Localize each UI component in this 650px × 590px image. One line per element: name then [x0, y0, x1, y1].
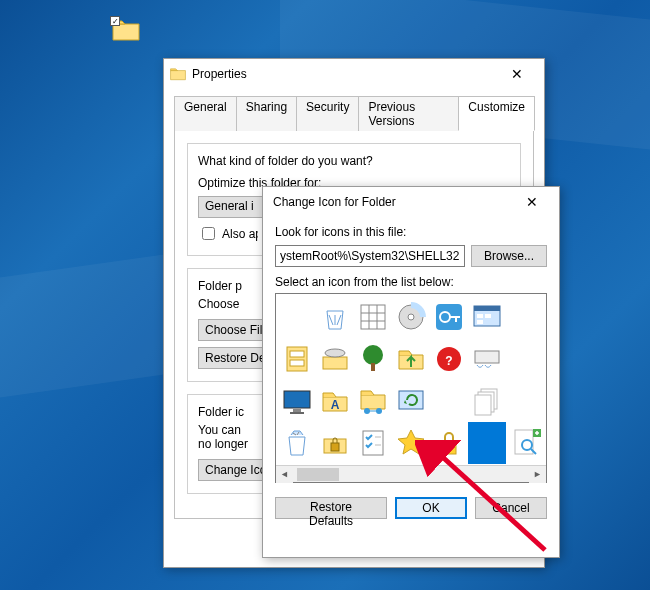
key-icon [433, 301, 465, 333]
grid-icon [357, 301, 389, 333]
browse-button[interactable]: Browse... [471, 245, 547, 267]
icon-option-blank[interactable] [430, 380, 468, 422]
svg-rect-8 [485, 314, 491, 318]
window-grid-icon [471, 301, 503, 333]
locked-drive-icon [319, 427, 351, 459]
svg-rect-7 [477, 314, 483, 318]
tree-icon [357, 343, 389, 375]
svg-text:?: ? [445, 354, 452, 368]
svg-point-2 [408, 314, 414, 320]
icon-option-desktop[interactable] [278, 380, 316, 422]
recycle-bin-icon [319, 301, 351, 333]
icon-option-search-doc[interactable] [506, 422, 544, 464]
scroll-track[interactable] [293, 466, 529, 483]
icon-option-refresh[interactable] [392, 380, 430, 422]
desktop-folder-icon[interactable]: ✓ [112, 18, 146, 50]
close-button[interactable]: ✕ [496, 61, 538, 87]
checklist-icon [357, 427, 389, 459]
icon-option-help[interactable]: ? [430, 338, 468, 380]
tab-security[interactable]: Security [296, 96, 359, 131]
change-icon-dialog: Change Icon for Folder ✕ Look for icons … [262, 186, 560, 558]
disc-icon [395, 301, 427, 333]
icon-option-recycle-full[interactable] [278, 422, 316, 464]
icon-option-tree[interactable] [354, 338, 392, 380]
restore-defaults-button[interactable]: Restore Defaults [275, 497, 387, 519]
cabinet-icon [281, 343, 313, 375]
icon-option-blank[interactable] [506, 380, 544, 422]
icon-path-input[interactable] [275, 245, 465, 267]
help-icon: ? [433, 343, 465, 375]
restore-default-button[interactable]: Restore Default [198, 347, 270, 369]
tab-general[interactable]: General [174, 96, 237, 131]
tab-sharing[interactable]: Sharing [236, 96, 297, 131]
select-icon-label: Select an icon from the list below: [275, 275, 547, 289]
dialog-title: Change Icon for Folder [269, 195, 511, 209]
svg-point-15 [363, 345, 383, 365]
desktop-icon [281, 385, 313, 417]
tab-previous-versions[interactable]: Previous Versions [358, 96, 459, 131]
icon-option-docs-stack[interactable] [468, 380, 506, 422]
blank-icon [509, 385, 541, 417]
icon-option-blank[interactable] [278, 296, 316, 338]
icon-option-aircon[interactable] [468, 338, 506, 380]
icon-option-blue-square[interactable] [468, 422, 506, 464]
close-button[interactable]: ✕ [511, 189, 553, 215]
icon-option-drive-open[interactable] [316, 338, 354, 380]
docs-stack-icon [471, 385, 503, 417]
icon-option-folder-up[interactable] [392, 338, 430, 380]
icon-option-checklist[interactable] [354, 422, 392, 464]
window-title: Properties [186, 67, 496, 81]
refresh-icon [395, 385, 427, 417]
blank-icon [433, 385, 465, 417]
choose-file-button[interactable]: Choose File... [198, 319, 270, 341]
titlebar[interactable]: Change Icon for Folder ✕ [263, 187, 559, 217]
icon-option-blank[interactable] [506, 296, 544, 338]
horizontal-scrollbar[interactable]: ◄ ► [276, 465, 546, 482]
blue-square-icon [471, 427, 503, 459]
svg-rect-33 [442, 441, 456, 454]
svg-rect-9 [477, 320, 483, 324]
icon-option-font-folder[interactable]: A [316, 380, 354, 422]
svg-rect-11 [290, 351, 304, 357]
also-apply-input[interactable] [202, 227, 215, 240]
scroll-left-arrow-icon[interactable]: ◄ [276, 466, 293, 483]
svg-rect-13 [323, 357, 347, 369]
folder-kind-question: What kind of folder do you want? [198, 154, 510, 168]
selection-checkmark-icon: ✓ [110, 16, 120, 26]
ok-button[interactable]: OK [395, 497, 467, 519]
tab-customize[interactable]: Customize [458, 96, 535, 131]
change-icon-button[interactable]: Change Icon... [198, 459, 270, 481]
icon-option-network-folder[interactable] [354, 380, 392, 422]
svg-rect-19 [475, 351, 499, 363]
search-doc-icon [509, 427, 541, 459]
star-icon [395, 427, 427, 459]
also-apply-checkbox[interactable]: Also apply this template to all subfolde… [198, 224, 258, 243]
icon-option-padlock[interactable] [430, 422, 468, 464]
network-folder-icon [357, 385, 389, 417]
icon-option-blank[interactable] [506, 338, 544, 380]
folder-icon [170, 66, 186, 82]
icon-option-locked-drive[interactable] [316, 422, 354, 464]
icon-option-disc[interactable] [392, 296, 430, 338]
icon-list[interactable]: ?A ◄ ► [275, 293, 547, 483]
padlock-icon [433, 427, 465, 459]
blank-icon [509, 343, 541, 375]
icon-option-window-grid[interactable] [468, 296, 506, 338]
icon-option-key[interactable] [430, 296, 468, 338]
scroll-thumb[interactable] [297, 468, 339, 481]
icon-option-cabinet[interactable] [278, 338, 316, 380]
cancel-button[interactable]: Cancel [475, 497, 547, 519]
blank-icon [509, 301, 541, 333]
svg-rect-22 [290, 412, 304, 414]
icon-option-grid[interactable] [354, 296, 392, 338]
aircon-icon [471, 343, 503, 375]
icon-option-recycle-bin[interactable] [316, 296, 354, 338]
titlebar[interactable]: Properties ✕ [164, 59, 544, 89]
optimize-dropdown[interactable]: General items [198, 196, 272, 218]
svg-rect-29 [475, 395, 491, 415]
svg-point-14 [325, 349, 345, 357]
tabstrip: General Sharing Security Previous Versio… [174, 95, 534, 131]
scroll-right-arrow-icon[interactable]: ► [529, 466, 546, 483]
icon-option-star[interactable] [392, 422, 430, 464]
svg-rect-0 [361, 305, 385, 329]
